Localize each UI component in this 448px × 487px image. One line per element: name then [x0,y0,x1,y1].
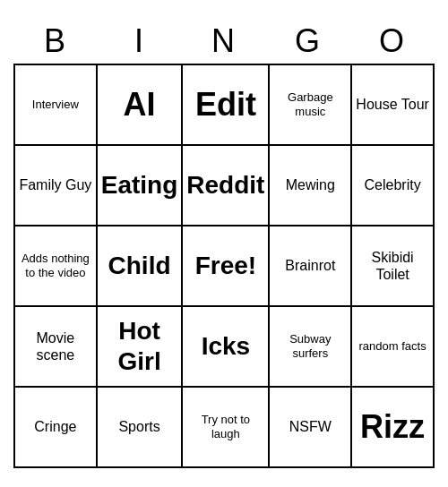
cell-text-6: Eating [101,170,178,201]
bingo-cell-11[interactable]: Child [98,226,184,307]
header-g: G [266,19,350,64]
bingo-cell-24[interactable]: Rizz [352,388,435,468]
cell-text-16: Hot Girl [101,316,178,376]
header-b: B [13,19,98,64]
bingo-cell-10[interactable]: Adds nothing to the video [15,226,98,307]
bingo-cell-15[interactable]: Movie scene [15,307,98,388]
bingo-cell-6[interactable]: Eating [98,146,184,226]
bingo-cell-2[interactable]: Edit [183,65,270,146]
cell-text-5: Family Guy [19,176,91,193]
bingo-cell-18[interactable]: Subway surfers [270,307,352,388]
bingo-cell-12[interactable]: Free! [183,226,270,307]
bingo-cell-23[interactable]: NSFW [270,388,352,468]
cell-text-4: House Tour [356,96,429,113]
bingo-cell-7[interactable]: Reddit [183,146,270,226]
cell-text-11: Child [108,251,171,281]
bingo-cell-14[interactable]: Skibidi Toilet [352,226,435,307]
header-i: I [98,19,182,64]
cell-text-12: Free! [195,251,256,281]
cell-text-0: Interview [32,98,79,112]
cell-text-23: NSFW [289,418,332,435]
cell-text-17: Icks [202,331,251,362]
cell-text-8: Mewing [286,176,335,193]
cell-text-3: Garbage music [273,90,347,118]
cell-text-2: Edit [195,85,256,124]
bingo-cell-19[interactable]: random facts [352,307,435,388]
cell-text-14: Skibidi Toilet [356,249,429,283]
bingo-cell-20[interactable]: Cringe [15,388,98,468]
cell-text-22: Try not to laugh [186,413,264,440]
header-n: N [182,19,266,64]
cell-text-15: Movie scene [19,329,92,363]
cell-text-10: Adds nothing to the video [19,252,92,279]
bingo-cell-3[interactable]: Garbage music [270,65,352,146]
cell-text-13: Brainrot [285,257,335,274]
bingo-cell-4[interactable]: House Tour [352,65,435,146]
bingo-cell-9[interactable]: Celebrity [352,146,435,226]
cell-text-21: Sports [118,418,159,435]
bingo-cell-21[interactable]: Sports [98,388,184,468]
header-o: O [350,19,435,64]
bingo-header: B I N G O [13,19,435,64]
bingo-cell-16[interactable]: Hot Girl [98,307,184,388]
bingo-cell-1[interactable]: AI [98,65,184,146]
cell-text-20: Cringe [34,418,76,435]
bingo-cell-8[interactable]: Mewing [270,146,352,226]
cell-text-1: AI [124,85,156,124]
bingo-cell-13[interactable]: Brainrot [270,226,352,307]
cell-text-24: Rizz [360,407,425,446]
bingo-cell-22[interactable]: Try not to laugh [183,388,270,468]
bingo-card: B I N G O InterviewAIEditGarbage musicHo… [13,19,435,468]
bingo-cell-0[interactable]: Interview [15,65,98,146]
cell-text-19: random facts [359,339,426,354]
cell-text-7: Reddit [186,170,264,201]
bingo-cell-5[interactable]: Family Guy [15,146,98,226]
bingo-grid: InterviewAIEditGarbage musicHouse TourFa… [13,64,435,468]
cell-text-9: Celebrity [365,176,421,193]
bingo-cell-17[interactable]: Icks [183,307,270,388]
cell-text-18: Subway surfers [273,332,347,360]
